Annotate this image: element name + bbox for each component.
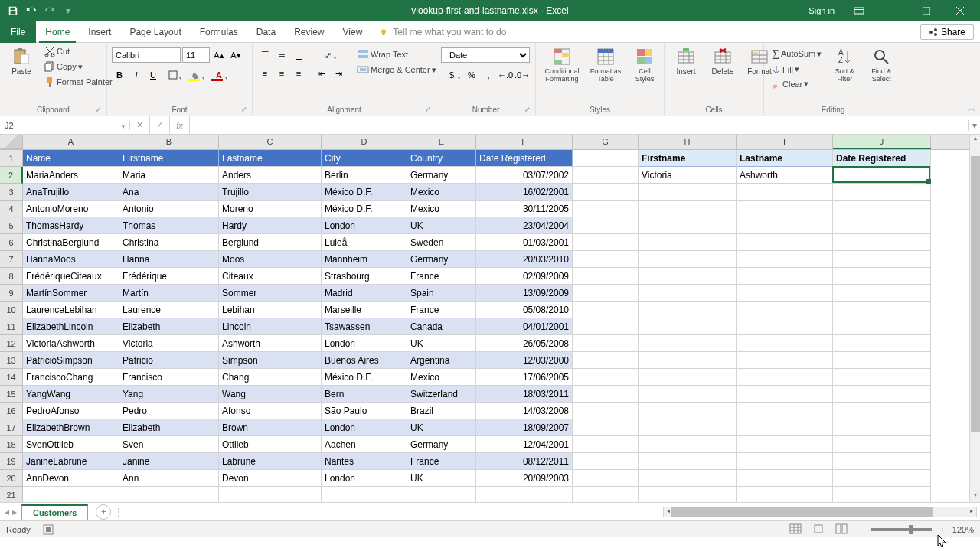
cell[interactable]	[573, 386, 639, 403]
row-header-10[interactable]: 10	[0, 302, 23, 318]
cell[interactable]: Madrid	[322, 285, 407, 302]
cell[interactable]	[737, 386, 833, 403]
tab-view[interactable]: View	[334, 21, 372, 43]
cell[interactable]	[639, 436, 737, 453]
column-header-A[interactable]: A	[23, 135, 119, 149]
cell[interactable]	[833, 318, 931, 335]
cell[interactable]: YangWang	[23, 386, 119, 403]
row-header-20[interactable]: 20	[0, 470, 23, 487]
cell[interactable]: Canada	[407, 318, 476, 335]
cell[interactable]: 16/02/2001	[476, 184, 573, 201]
cell[interactable]	[833, 436, 931, 453]
cell[interactable]: ThomasHardy	[23, 217, 119, 234]
cell[interactable]: 13/09/2009	[476, 285, 573, 302]
scroll-down-icon[interactable]: ▾	[970, 491, 980, 502]
clipboard-launcher[interactable]: ⤢	[96, 106, 102, 113]
ribbon-options-icon[interactable]	[845, 0, 873, 21]
cell[interactable]: 26/05/2008	[476, 335, 573, 352]
cell[interactable]	[833, 217, 931, 234]
fill-button[interactable]: Fill ▾	[769, 63, 825, 76]
cell[interactable]: 03/07/2002	[476, 167, 573, 184]
cell[interactable]	[833, 268, 931, 285]
cell[interactable]: Labrune	[219, 453, 322, 470]
row-header-21[interactable]: 21	[0, 487, 23, 502]
cell[interactable]	[737, 201, 833, 217]
cell[interactable]: Nantes	[322, 453, 407, 470]
cell[interactable]: Ana	[119, 184, 219, 201]
enter-formula-icon[interactable]: ✓	[150, 116, 170, 135]
tab-formulas[interactable]: Formulas	[191, 21, 247, 43]
cell[interactable]	[639, 302, 737, 318]
cell[interactable]: 20/03/2010	[476, 251, 573, 268]
close-button[interactable]	[946, 0, 974, 21]
cell[interactable]: 17/06/2005	[476, 369, 573, 386]
cell[interactable]: Francisco	[119, 369, 219, 386]
cell[interactable]: VictoriaAshworth	[23, 335, 119, 352]
cell[interactable]	[833, 335, 931, 352]
cell[interactable]: 04/01/2001	[476, 318, 573, 335]
cell[interactable]: Sommer	[219, 285, 322, 302]
cell[interactable]	[833, 403, 931, 419]
cell[interactable]: Hanna	[119, 251, 219, 268]
cell[interactable]	[573, 285, 639, 302]
cell[interactable]	[573, 487, 639, 502]
cell[interactable]: Christina	[119, 234, 219, 251]
minimize-button[interactable]	[879, 0, 906, 21]
font-color-button[interactable]: A	[208, 67, 230, 83]
cell[interactable]	[737, 234, 833, 251]
cell[interactable]: France	[407, 302, 476, 318]
cell[interactable]: Lebihan	[219, 302, 322, 318]
tell-me-search[interactable]: Tell me what you want to do	[371, 27, 514, 37]
row-header-14[interactable]: 14	[0, 369, 23, 386]
cell[interactable]	[833, 352, 931, 369]
horizontal-scrollbar[interactable]: ◂ ▸	[663, 507, 977, 517]
cell[interactable]	[737, 403, 833, 419]
column-header-E[interactable]: E	[407, 135, 476, 149]
cell[interactable]: Frédérique	[119, 268, 219, 285]
cell[interactable]	[737, 251, 833, 268]
cell[interactable]: Germany	[407, 251, 476, 268]
sheet-tab-customers[interactable]: Customers	[21, 504, 88, 520]
cell[interactable]: Firstname	[639, 150, 737, 167]
cell[interactable]	[737, 352, 833, 369]
cell[interactable]	[573, 234, 639, 251]
cell[interactable]: Berlin	[322, 167, 407, 184]
cell[interactable]: Sven	[119, 436, 219, 453]
cancel-formula-icon[interactable]: ✕	[130, 116, 150, 135]
qat-customize-icon[interactable]: ▾	[61, 4, 75, 18]
zoom-in-icon[interactable]: +	[939, 525, 944, 534]
cell[interactable]: JanineLabrune	[23, 453, 119, 470]
scroll-up-icon[interactable]: ▴	[970, 135, 980, 145]
cell[interactable]	[639, 352, 737, 369]
cell[interactable]: ElizabethLincoln	[23, 318, 119, 335]
cell[interactable]: Thomas	[119, 217, 219, 234]
cell[interactable]	[639, 470, 737, 487]
tab-insert[interactable]: Insert	[79, 21, 120, 43]
tab-review[interactable]: Review	[285, 21, 333, 43]
cell[interactable]: Citeaux	[219, 268, 322, 285]
currency-icon[interactable]: $	[441, 67, 462, 83]
cell[interactable]	[639, 285, 737, 302]
cell[interactable]	[737, 184, 833, 201]
cell[interactable]: Mexico	[407, 201, 476, 217]
cell[interactable]: Mannheim	[322, 251, 407, 268]
column-header-G[interactable]: G	[573, 135, 639, 149]
cell[interactable]: Marseille	[322, 302, 407, 318]
decrease-decimal-icon[interactable]: .0→	[514, 67, 530, 83]
row-header-6[interactable]: 6	[0, 234, 23, 251]
cell[interactable]: 08/12/2011	[476, 453, 573, 470]
row-header-17[interactable]: 17	[0, 419, 23, 436]
cell[interactable]: PatricioSimpson	[23, 352, 119, 369]
clear-button[interactable]: Clear ▾	[769, 77, 825, 90]
cell[interactable]: Pedro	[119, 403, 219, 419]
cell[interactable]: 18/09/2007	[476, 419, 573, 436]
copy-button[interactable]: Copy ▾	[41, 60, 116, 73]
row-header-4[interactable]: 4	[0, 201, 23, 217]
cell-styles-button[interactable]: Cell Styles	[628, 44, 662, 86]
cell[interactable]: Simpson	[219, 352, 322, 369]
cell[interactable]: 12/04/2001	[476, 436, 573, 453]
paste-button[interactable]: Paste	[5, 44, 38, 79]
merge-center-button[interactable]: Merge & Center ▾	[354, 63, 439, 77]
cell[interactable]	[639, 268, 737, 285]
cell[interactable]	[833, 201, 931, 217]
